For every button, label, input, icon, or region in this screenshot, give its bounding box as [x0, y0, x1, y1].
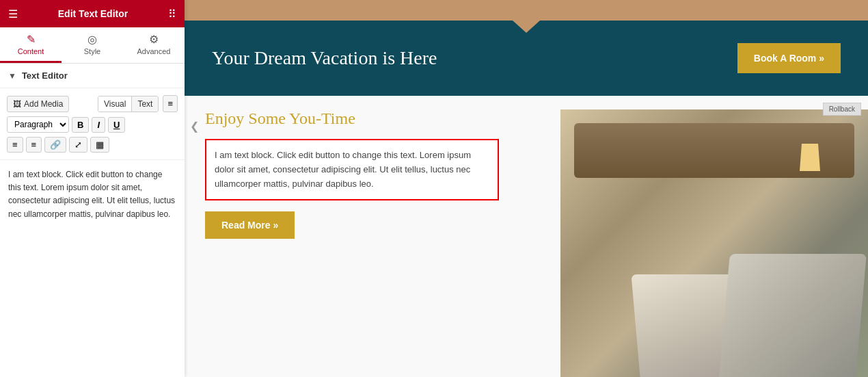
content-section: Rollback ❮ Enjoy Some You-Time I am text… — [185, 96, 868, 377]
add-media-label: Add Media — [24, 99, 63, 109]
rollback-button[interactable]: Rollback — [823, 103, 861, 116]
hero-title: Your Dream Vacation is Here — [212, 47, 437, 69]
main-content: Your Dream Vacation is Here Book A Room … — [185, 0, 868, 377]
visual-tab[interactable]: Visual — [98, 96, 131, 112]
bed-image — [560, 109, 868, 377]
unordered-list-button[interactable]: ≡ — [26, 137, 42, 153]
visual-text-switcher: Visual Text — [98, 96, 159, 112]
add-media-icon: 🖼 — [13, 99, 21, 109]
panel-title: Edit Text Editor — [58, 8, 128, 19]
editor-area: 🖼 Add Media Visual Text ≡ Paragraph B I … — [0, 88, 185, 160]
text-tab[interactable]: Text — [131, 96, 158, 112]
highlighted-text-block: I am text block. Click edit button to ch… — [205, 139, 499, 200]
paragraph-select[interactable]: Paragraph — [7, 116, 69, 133]
section-collapse-arrow[interactable]: ▼ — [8, 71, 16, 81]
advanced-tab-icon: ⚙ — [149, 33, 159, 46]
link-button[interactable]: 🔗 — [44, 137, 66, 153]
content-tab-label: Content — [18, 47, 44, 55]
bold-button[interactable]: B — [72, 117, 89, 133]
toolbar-row1: 🖼 Add Media Visual Text ≡ — [7, 95, 178, 112]
top-banner — [185, 0, 868, 21]
add-media-button[interactable]: 🖼 Add Media — [7, 96, 69, 112]
ordered-list-button[interactable]: ≡ — [7, 137, 23, 153]
lamp-shade — [800, 144, 820, 171]
right-image — [560, 109, 868, 377]
editor-body-text: I am text block. Click edit button to ch… — [8, 170, 175, 219]
content-heading: Enjoy Some You-Time — [205, 109, 547, 128]
left-panel: ☰ Edit Text Editor ⠿ ✎ Content ◎ Style ⚙… — [0, 0, 185, 377]
section-title: Text Editor — [22, 70, 68, 81]
style-tab-icon: ◎ — [87, 33, 97, 46]
toolbar-list-icon[interactable]: ≡ — [163, 95, 178, 112]
italic-button[interactable]: I — [92, 117, 105, 133]
expand-button[interactable]: ⤢ — [69, 137, 87, 153]
book-room-button[interactable]: Book A Room » — [737, 43, 841, 73]
grid-icon[interactable]: ⠿ — [168, 8, 176, 21]
content-tab-icon: ✎ — [27, 33, 36, 46]
tabs-row: ✎ Content ◎ Style ⚙ Advanced — [0, 27, 185, 64]
content-body-text: I am text block. Click edit button to ch… — [215, 150, 471, 189]
underline-button[interactable]: U — [108, 117, 125, 133]
style-tab-label: Style — [84, 47, 100, 55]
text-content-area[interactable]: I am text block. Click edit button to ch… — [0, 160, 185, 377]
tab-style[interactable]: ◎ Style — [62, 27, 123, 63]
tab-advanced[interactable]: ⚙ Advanced — [123, 27, 185, 63]
left-nav-arrow[interactable]: ❮ — [190, 120, 199, 133]
left-content: ❮ Enjoy Some You-Time I am text block. C… — [185, 109, 560, 377]
read-more-button[interactable]: Read More » — [205, 211, 295, 239]
table-button[interactable]: ▦ — [90, 137, 109, 153]
advanced-tab-label: Advanced — [137, 47, 171, 55]
tab-content[interactable]: ✎ Content — [0, 27, 62, 63]
section-header: ▼ Text Editor — [0, 64, 185, 88]
pillow-right — [719, 254, 867, 377]
top-bar: ☰ Edit Text Editor ⠿ — [0, 0, 185, 27]
hamburger-icon[interactable]: ☰ — [8, 8, 18, 21]
banner-arrow — [513, 21, 540, 33]
toolbar-row3: ≡ ≡ 🔗 ⤢ ▦ — [7, 137, 178, 153]
toolbar-row2: Paragraph B I U — [7, 116, 178, 133]
